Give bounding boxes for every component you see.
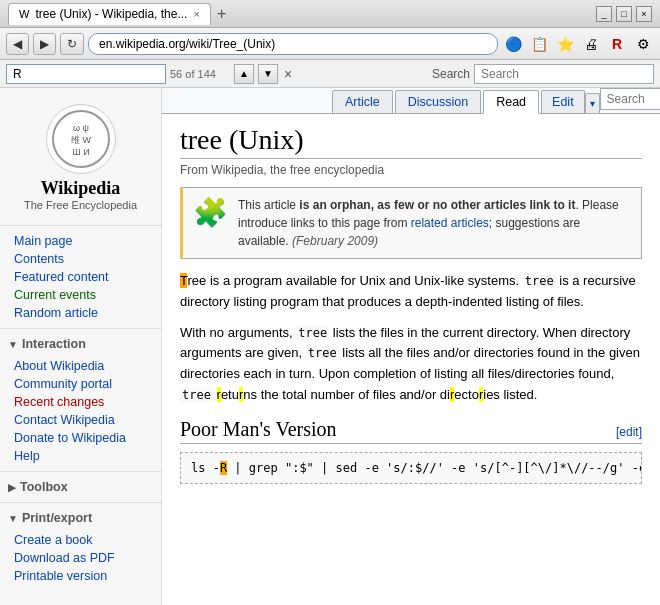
settings-icon[interactable]: ⚙ [632, 33, 654, 55]
code-block-1: ls -R | grep ":$" | sed -e 's/:$//' -e '… [180, 452, 642, 484]
interaction-arrow: ▼ [8, 339, 18, 350]
article-title: tree (Unix) [180, 124, 642, 159]
sidebar-item-help[interactable]: Help [0, 447, 161, 465]
print-section: Create a book Download as PDF Printable … [0, 529, 161, 587]
find-prev-button[interactable]: ▲ [234, 64, 254, 84]
maximize-button[interactable]: □ [616, 6, 632, 22]
print-arrow: ▼ [8, 513, 18, 524]
section-title-text: Poor Man's Version [180, 418, 337, 441]
highlight-tree-1: T [180, 273, 187, 288]
bookmark-icon[interactable]: ⭐ [554, 33, 576, 55]
sidebar-item-main-page[interactable]: Main page [0, 232, 161, 250]
highlight-r-2: r [239, 387, 243, 402]
article-para-1: Tree is a program available for Unix and… [180, 271, 642, 313]
toolbox-arrow: ▶ [8, 482, 16, 493]
sidebar-item-donate[interactable]: Donate to Wikipedia [0, 429, 161, 447]
minimize-button[interactable]: _ [596, 6, 612, 22]
window-controls: _ □ × [596, 6, 652, 22]
section-edit-link[interactable]: [edit] [616, 425, 642, 439]
close-button[interactable]: × [636, 6, 652, 22]
wiki-logo: ω ψ 维 W Ш И Wikipedia The Free Encyclope… [0, 96, 161, 221]
sidebar-item-community-portal[interactable]: Community portal [0, 375, 161, 393]
back-button[interactable]: ◀ [6, 33, 29, 55]
notice-icon: 🧩 [193, 196, 228, 229]
article-content: tree (Unix) From Wikipedia, the free enc… [162, 114, 660, 502]
main-layout: ω ψ 维 W Ш И Wikipedia The Free Encyclope… [0, 88, 660, 605]
wiki-name: Wikipedia [41, 178, 121, 199]
content-area: Article Discussion Read Edit ▾ 🔍 tree (U… [162, 88, 660, 605]
svg-text:维 W: 维 W [71, 135, 92, 145]
edit-dropdown[interactable]: ▾ [585, 93, 600, 113]
related-articles-link[interactable]: related articles [411, 216, 489, 230]
wiki-tabs: Article Discussion Read Edit ▾ 🔍 [162, 88, 660, 114]
tab-edit[interactable]: Edit [541, 90, 585, 113]
code-tree-2: tree [296, 326, 329, 340]
browser-titlebar: W tree (Unix) - Wikipedia, the... × + _ … [0, 0, 660, 28]
find-next-button[interactable]: ▼ [258, 64, 278, 84]
wiki-tagline: The Free Encyclopedia [24, 199, 137, 211]
tab-title: tree (Unix) - Wikipedia, the... [35, 7, 187, 21]
nav-icon-2[interactable]: 📋 [528, 33, 550, 55]
wiki-search-top[interactable] [474, 64, 654, 84]
sidebar-item-contact[interactable]: Contact Wikipedia [0, 411, 161, 429]
svg-text:ω ψ: ω ψ [73, 123, 89, 133]
highlight-r-1: r [217, 387, 221, 402]
sidebar-item-about[interactable]: About Wikipedia [0, 357, 161, 375]
find-input[interactable] [6, 64, 166, 84]
toolbox-label: Toolbox [20, 480, 68, 494]
print-header[interactable]: ▼ Print/export [0, 507, 161, 529]
article-subtitle: From Wikipedia, the free encyclopedia [180, 163, 642, 177]
search-label: Search [432, 67, 470, 81]
address-bar[interactable] [88, 33, 498, 55]
highlight-r-code: R [220, 461, 227, 475]
code-tree-4: tree [180, 388, 213, 402]
notice-text: This article is an orphan, as few or no … [238, 196, 631, 250]
tab-bar: W tree (Unix) - Wikipedia, the... × + [8, 3, 596, 25]
new-tab-button[interactable]: + [211, 3, 232, 25]
wiki-search: 🔍 [600, 88, 660, 110]
highlight-r-4: r [479, 387, 483, 402]
tab-favicon: W [19, 8, 29, 20]
wiki-search-input[interactable] [600, 88, 660, 110]
interaction-label: Interaction [22, 337, 86, 351]
print-icon[interactable]: 🖨 [580, 33, 602, 55]
nav-icons: 🔵 📋 ⭐ 🖨 R ⚙ [502, 33, 654, 55]
refresh-button[interactable]: ↻ [60, 33, 84, 55]
sidebar-item-download-pdf[interactable]: Download as PDF [0, 549, 161, 567]
find-bar: 56 of 144 ▲ ▼ × Search [0, 60, 660, 88]
svg-text:Ш И: Ш И [72, 147, 89, 157]
sidebar-item-recent-changes[interactable]: Recent changes [0, 393, 161, 411]
code-tree-1: tree [523, 274, 556, 288]
wiki-tabs-right: 🔍 [600, 88, 660, 113]
wiki-logo-image: ω ψ 维 W Ш И [46, 104, 116, 174]
nav-icon-1[interactable]: 🔵 [502, 33, 524, 55]
sidebar-item-current-events[interactable]: Current events [0, 286, 161, 304]
tab-discussion[interactable]: Discussion [395, 90, 481, 113]
find-close-button[interactable]: × [284, 66, 292, 82]
section-title-poor-mans: Poor Man's Version [edit] [180, 418, 642, 444]
find-count: 56 of 144 [170, 68, 230, 80]
sidebar-item-random-article[interactable]: Random article [0, 304, 161, 322]
code-tree-3: tree [306, 346, 339, 360]
orphan-notice: 🧩 This article is an orphan, as few or n… [180, 187, 642, 259]
toolbox-header[interactable]: ▶ Toolbox [0, 476, 161, 498]
nav-section: Main page Contents Featured content Curr… [0, 230, 161, 324]
sidebar: ω ψ 维 W Ш И Wikipedia The Free Encyclope… [0, 88, 162, 605]
browser-navbar: ◀ ▶ ↻ 🔵 📋 ⭐ 🖨 R ⚙ [0, 28, 660, 60]
sidebar-item-printable[interactable]: Printable version [0, 567, 161, 585]
tab-read[interactable]: Read [483, 90, 539, 114]
r-icon[interactable]: R [606, 33, 628, 55]
sidebar-item-contents[interactable]: Contents [0, 250, 161, 268]
interaction-section: About Wikipedia Community portal Recent … [0, 355, 161, 467]
print-label: Print/export [22, 511, 92, 525]
interaction-header[interactable]: ▼ Interaction [0, 333, 161, 355]
forward-button[interactable]: ▶ [33, 33, 56, 55]
tab-close-button[interactable]: × [193, 8, 199, 20]
active-tab[interactable]: W tree (Unix) - Wikipedia, the... × [8, 3, 211, 25]
sidebar-item-create-book[interactable]: Create a book [0, 531, 161, 549]
article-para-2: With no arguments, tree lists the files … [180, 323, 642, 406]
sidebar-item-featured-content[interactable]: Featured content [0, 268, 161, 286]
highlight-r-3: r [450, 387, 454, 402]
tab-article[interactable]: Article [332, 90, 393, 113]
